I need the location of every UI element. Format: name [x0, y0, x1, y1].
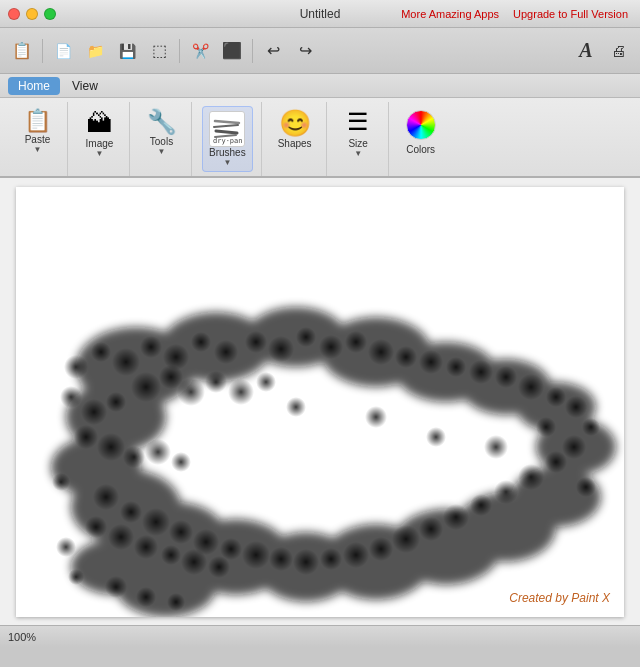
svg-point-68	[269, 547, 293, 571]
svg-point-74	[419, 517, 443, 541]
svg-point-63	[142, 508, 170, 536]
svg-point-53	[145, 439, 171, 465]
svg-point-96	[68, 569, 84, 585]
menubar: Home View	[0, 74, 640, 98]
shapes-ribbon-button[interactable]: 😊 Shapes	[272, 106, 318, 153]
svg-point-36	[319, 335, 343, 359]
toolbar-separator-3	[252, 39, 253, 63]
undo-button[interactable]	[259, 37, 287, 65]
menu-home[interactable]: Home	[8, 77, 60, 95]
save-button[interactable]	[113, 37, 141, 65]
drawing-canvas[interactable]: Created by Paint X	[16, 187, 624, 617]
print-button[interactable]: 🖨	[604, 37, 632, 65]
svg-point-49	[106, 392, 126, 412]
colors-ribbon-button[interactable]: Colors	[400, 106, 442, 159]
crop-button[interactable]: ⬚	[145, 37, 173, 65]
svg-point-91	[536, 417, 556, 437]
ribbon-group-shapes: 😊 Shapes	[264, 102, 327, 176]
svg-point-39	[395, 346, 417, 368]
minimize-button[interactable]	[26, 8, 38, 20]
svg-point-29	[140, 336, 162, 358]
svg-point-48	[81, 399, 107, 425]
statusbar: 100%	[0, 625, 640, 647]
svg-point-80	[562, 435, 586, 459]
svg-point-35	[296, 327, 316, 347]
svg-point-27	[91, 342, 111, 362]
svg-point-51	[97, 433, 125, 461]
menu-view[interactable]: View	[62, 77, 108, 95]
redo-button[interactable]	[291, 37, 319, 65]
svg-point-40	[419, 350, 443, 374]
size-ribbon-button[interactable]: ☰ Size ▼	[341, 106, 375, 162]
svg-point-83	[134, 535, 158, 559]
svg-line-3	[216, 131, 237, 133]
svg-point-64	[169, 520, 193, 544]
svg-point-73	[392, 525, 420, 553]
svg-point-58	[205, 371, 227, 393]
close-button[interactable]	[8, 8, 20, 20]
image-ribbon-button[interactable]: 🏔 Image ▼	[80, 106, 120, 162]
toolbar-separator	[42, 39, 43, 63]
svg-point-89	[426, 427, 446, 447]
shapes-label: Shapes	[278, 138, 312, 149]
toolbar: ⬚ ⬛ A 🖨	[0, 28, 640, 74]
toolbar-separator-2	[179, 39, 180, 63]
copy-button[interactable]: ⬛	[218, 37, 246, 65]
artwork-svg	[16, 187, 624, 617]
more-apps-button[interactable]: More Amazing Apps	[397, 6, 503, 22]
svg-point-42	[469, 360, 493, 384]
size-label: Size	[348, 138, 367, 149]
svg-point-69	[293, 549, 319, 575]
size-arrow-icon: ▼	[354, 149, 362, 158]
paste-button[interactable]	[8, 37, 36, 65]
font-button[interactable]: A	[572, 37, 600, 65]
upgrade-button[interactable]: Upgrade to Full Version	[509, 6, 632, 22]
svg-point-45	[546, 387, 566, 407]
svg-point-57	[177, 378, 205, 406]
svg-point-34	[268, 336, 294, 362]
svg-point-77	[494, 480, 518, 504]
zoom-level: 100%	[8, 631, 36, 643]
svg-point-90	[484, 435, 508, 459]
ribbon-group-brushes: dry·pan Brushes ▼	[194, 102, 262, 176]
svg-text:dry·pan: dry·pan	[213, 137, 243, 145]
tools-ribbon-button[interactable]: 🔧 Tools ▼	[141, 106, 183, 160]
svg-point-62	[120, 501, 142, 523]
svg-point-33	[245, 331, 267, 353]
svg-point-85	[181, 549, 207, 575]
open-button[interactable]	[81, 37, 109, 65]
window-controls	[8, 8, 56, 20]
svg-point-97	[105, 576, 127, 598]
svg-point-41	[446, 357, 466, 377]
svg-point-99	[167, 593, 185, 611]
ribbon-group-tools: 🔧 Tools ▼	[132, 102, 192, 176]
brushes-ribbon-button[interactable]: dry·pan Brushes ▼	[202, 106, 253, 172]
window-title: Untitled	[300, 7, 341, 21]
brushes-icon: dry·pan	[209, 111, 245, 147]
tools-arrow-icon: ▼	[158, 147, 166, 156]
image-arrow-icon: ▼	[96, 149, 104, 158]
created-by-label: Created by Paint X	[509, 591, 610, 605]
ribbon-group-image: 🏔 Image ▼	[70, 102, 130, 176]
colors-label: Colors	[406, 144, 435, 155]
svg-point-26	[64, 355, 88, 379]
image-label: Image	[86, 138, 114, 149]
maximize-button[interactable]	[44, 8, 56, 20]
svg-point-78	[518, 464, 544, 490]
svg-point-82	[108, 524, 134, 550]
svg-point-46	[565, 396, 587, 418]
ribbon-group-paste: 📋 Paste ▼	[8, 102, 68, 176]
svg-point-88	[365, 406, 387, 428]
shapes-icon: 😊	[279, 110, 311, 136]
svg-point-87	[286, 397, 306, 417]
svg-point-60	[256, 372, 276, 392]
svg-point-54	[171, 452, 191, 472]
ribbon: 📋 Paste ▼ 🏔 Image ▼ 🔧 Tools ▼	[0, 98, 640, 178]
svg-point-55	[131, 372, 161, 402]
paste-ribbon-button[interactable]: 📋 Paste ▼	[18, 106, 57, 158]
new-button[interactable]	[49, 37, 77, 65]
canvas-area[interactable]: Created by Paint X	[0, 178, 640, 625]
svg-point-81	[85, 516, 107, 538]
cut-button[interactable]	[186, 37, 214, 65]
svg-point-38	[368, 339, 394, 365]
